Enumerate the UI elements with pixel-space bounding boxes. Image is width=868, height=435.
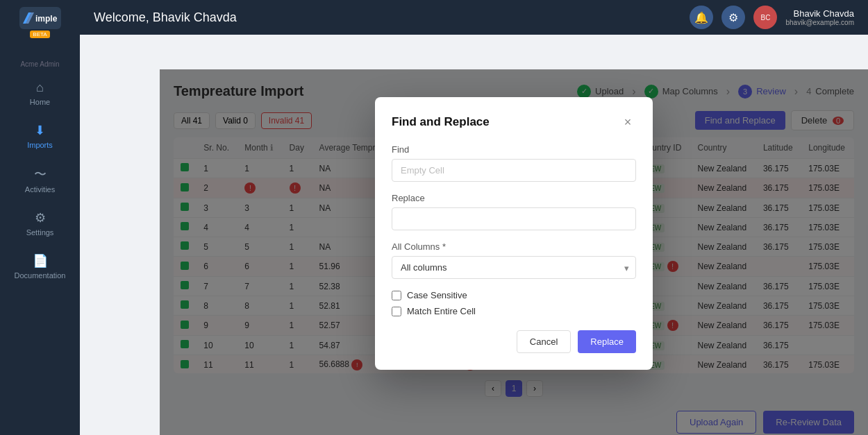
sidebar-item-documentation[interactable]: 📄 Documentation <box>0 245 80 288</box>
replace-input[interactable] <box>392 207 636 230</box>
beta-badge: BETA <box>30 31 49 38</box>
case-sensitive-checkbox-label[interactable]: Case Sensitive <box>392 290 636 300</box>
header: Welcome, Bhavik Chavda 🔔 ⚙ BC Bhavik Cha… <box>80 0 868 35</box>
case-sensitive-checkbox[interactable] <box>392 291 401 300</box>
sidebar-item-documentation-label: Documentation <box>15 271 66 280</box>
match-entire-label: Match Entire Cell <box>407 306 476 316</box>
home-icon: ⌂ <box>36 80 44 95</box>
modal-header: Find and Replace × <box>392 114 636 130</box>
modal-close-button[interactable]: × <box>619 114 636 130</box>
replace-label: Replace <box>392 193 636 203</box>
cancel-button[interactable]: Cancel <box>517 330 571 353</box>
svg-text:impler: impler <box>35 14 58 24</box>
replace-group: Replace <box>392 193 636 230</box>
avatar-initials: BC <box>761 14 771 22</box>
case-sensitive-label: Case Sensitive <box>407 290 467 300</box>
modal-overlay: Find and Replace × Find Replace All Colu… <box>160 69 868 435</box>
sidebar-item-imports-label: Imports <box>27 141 53 149</box>
sidebar-item-settings-label: Settings <box>26 228 54 237</box>
sidebar-item-settings[interactable]: ⚙ Settings <box>0 202 80 245</box>
modal-title: Find and Replace <box>392 115 490 129</box>
account-label: Acme Admin <box>16 56 63 72</box>
header-right: 🔔 ⚙ BC Bhavik Chavda bhavik@example.com <box>690 6 854 29</box>
avatar-icon2: ⚙ <box>721 6 745 29</box>
avatar[interactable]: BC <box>753 6 777 29</box>
match-entire-checkbox-label[interactable]: Match Entire Cell <box>392 306 636 316</box>
columns-label: All Columns * <box>392 241 636 252</box>
sidebar-item-imports[interactable]: ⬇ Imports <box>0 114 80 157</box>
modal-footer: Cancel Replace <box>392 330 636 353</box>
main-area: Welcome, Bhavik Chavda 🔔 ⚙ BC Bhavik Cha… <box>80 0 868 435</box>
user-email: bhavik@example.com <box>785 19 854 26</box>
sidebar: impler BETA Acme Admin ⌂ Home ⬇ Imports … <box>0 0 80 435</box>
match-entire-checkbox[interactable] <box>392 307 401 316</box>
find-label: Find <box>392 144 636 155</box>
user-name: Bhavik Chavda <box>785 8 854 19</box>
documentation-icon: 📄 <box>33 253 48 268</box>
avatar-icon1: 🔔 <box>690 6 713 29</box>
user-info: Bhavik Chavda bhavik@example.com <box>785 8 854 26</box>
logo: impler BETA <box>19 7 61 38</box>
sidebar-item-home-label: Home <box>30 98 50 106</box>
columns-group: All Columns * All columns Sr. No. Month … <box>392 241 636 279</box>
checkbox-group: Case Sensitive Match Entire Cell <box>392 290 636 316</box>
columns-select[interactable]: All columns Sr. No. Month Day Average Te… <box>392 256 636 279</box>
find-group: Find <box>392 144 636 182</box>
find-replace-modal: Find and Replace × Find Replace All Colu… <box>375 97 653 370</box>
page-welcome-title: Welcome, Bhavik Chavda <box>94 10 237 25</box>
sidebar-item-home[interactable]: ⌂ Home <box>0 72 80 114</box>
sidebar-nav: ⌂ Home ⬇ Imports 〜 Activities ⚙ Settings… <box>0 72 80 288</box>
activities-icon: 〜 <box>34 166 47 182</box>
sidebar-item-activities[interactable]: 〜 Activities <box>0 157 80 202</box>
sidebar-item-activities-label: Activities <box>25 185 55 194</box>
columns-select-wrap: All columns Sr. No. Month Day Average Te… <box>392 256 636 279</box>
logo-image: impler <box>19 7 61 29</box>
find-input[interactable] <box>392 159 636 182</box>
replace-button[interactable]: Replace <box>578 330 636 353</box>
imports-icon: ⬇ <box>35 123 45 138</box>
settings-icon: ⚙ <box>35 210 46 225</box>
